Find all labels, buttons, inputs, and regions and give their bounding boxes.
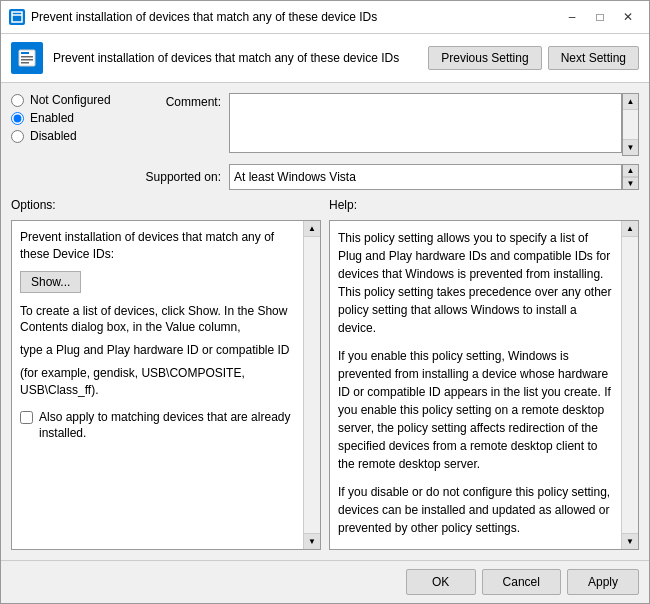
next-setting-button[interactable]: Next Setting (548, 46, 639, 70)
cancel-button[interactable]: Cancel (482, 569, 561, 595)
svg-rect-4 (21, 56, 33, 58)
svg-rect-0 (12, 12, 22, 22)
close-button[interactable]: ✕ (615, 7, 641, 27)
options-desc3: (for example, gendisk, USB\COMPOSITE, US… (20, 365, 296, 399)
not-configured-radio[interactable] (11, 94, 24, 107)
not-configured-label: Not Configured (30, 93, 111, 107)
window-icon (9, 9, 25, 25)
scroll-track (623, 110, 638, 139)
radio-group: Not Configured Enabled Disabled (11, 93, 121, 143)
header-title: Prevent installation of devices that mat… (53, 51, 418, 65)
disabled-label: Disabled (30, 129, 77, 143)
right-col: Comment: ▲ ▼ Supported on: (131, 93, 639, 190)
radio-enabled[interactable]: Enabled (11, 111, 121, 125)
disabled-radio[interactable] (11, 130, 24, 143)
panel-labels: Options: Help: (11, 198, 639, 212)
comment-section: Comment: ▲ ▼ (131, 93, 639, 156)
radio-disabled[interactable]: Disabled (11, 129, 121, 143)
supported-label: Supported on: (131, 170, 221, 184)
options-scroll-down[interactable]: ▼ (304, 533, 320, 549)
help-paragraph-1: This policy setting allows you to specif… (338, 229, 614, 337)
panels-container: Prevent installation of devices that mat… (11, 220, 639, 550)
help-panel: This policy setting allows you to specif… (329, 220, 639, 550)
help-paragraph-3: If you disable or do not configure this … (338, 483, 614, 537)
help-scrollbar: ▲ ▼ (621, 221, 638, 549)
help-scroll-down[interactable]: ▼ (622, 533, 638, 549)
scroll-down-arrow[interactable]: ▼ (623, 139, 638, 155)
supported-scroll-down[interactable]: ▼ (623, 177, 638, 189)
enabled-label: Enabled (30, 111, 74, 125)
previous-setting-button[interactable]: Previous Setting (428, 46, 541, 70)
nav-buttons: Previous Setting Next Setting (428, 46, 639, 70)
comment-label: Comment: (131, 93, 221, 109)
help-paragraph-2: If you enable this policy setting, Windo… (338, 347, 614, 473)
comment-scrollbar: ▲ ▼ (622, 93, 639, 156)
options-label: Options: (11, 198, 321, 212)
svg-rect-3 (21, 52, 29, 54)
header-bar: Prevent installation of devices that mat… (1, 34, 649, 83)
svg-rect-6 (21, 62, 29, 64)
apply-button[interactable]: Apply (567, 569, 639, 595)
main-content: Not Configured Enabled Disabled Comment: (1, 83, 649, 560)
options-panel-content: Prevent installation of devices that mat… (12, 221, 320, 549)
window-controls: – □ ✕ (559, 7, 641, 27)
enabled-radio[interactable] (11, 112, 24, 125)
policy-icon (11, 42, 43, 74)
help-text: This policy setting allows you to specif… (338, 229, 614, 537)
supported-value-display: At least Windows Vista (229, 164, 622, 190)
checkbox-label: Also apply to matching devices that are … (39, 409, 296, 443)
minimize-button[interactable]: – (559, 7, 585, 27)
options-scrollbar: ▲ ▼ (303, 221, 320, 549)
comment-textarea[interactable] (229, 93, 622, 153)
options-title: Prevent installation of devices that mat… (20, 229, 296, 263)
supported-scroll-up[interactable]: ▲ (623, 165, 638, 177)
footer: OK Cancel Apply (1, 560, 649, 603)
supported-value: At least Windows Vista (234, 170, 356, 184)
also-apply-checkbox[interactable] (20, 411, 33, 424)
options-panel: Prevent installation of devices that mat… (11, 220, 321, 550)
ok-button[interactable]: OK (406, 569, 476, 595)
top-section: Not Configured Enabled Disabled Comment: (11, 93, 639, 190)
svg-rect-5 (21, 59, 33, 61)
options-scroll-track (304, 237, 320, 533)
help-panel-content: This policy setting allows you to specif… (330, 221, 638, 549)
help-scroll-track (622, 237, 638, 533)
comment-box: ▲ ▼ (229, 93, 639, 156)
options-desc1: To create a list of devices, click Show.… (20, 303, 296, 337)
title-bar: Prevent installation of devices that mat… (1, 1, 649, 34)
supported-section: Supported on: At least Windows Vista ▲ ▼ (131, 164, 639, 190)
main-window: Prevent installation of devices that mat… (0, 0, 650, 604)
scroll-up-arrow[interactable]: ▲ (623, 94, 638, 110)
supported-scrollbar: ▲ ▼ (622, 164, 639, 190)
options-desc2: type a Plug and Play hardware ID or comp… (20, 342, 296, 359)
radio-not-configured[interactable]: Not Configured (11, 93, 121, 107)
maximize-button[interactable]: □ (587, 7, 613, 27)
supported-box: At least Windows Vista ▲ ▼ (229, 164, 639, 190)
help-scroll-up[interactable]: ▲ (622, 221, 638, 237)
help-label: Help: (329, 198, 639, 212)
show-button[interactable]: Show... (20, 271, 81, 293)
title-text: Prevent installation of devices that mat… (31, 10, 553, 24)
options-scroll-up[interactable]: ▲ (304, 221, 320, 237)
checkbox-row: Also apply to matching devices that are … (20, 409, 296, 443)
